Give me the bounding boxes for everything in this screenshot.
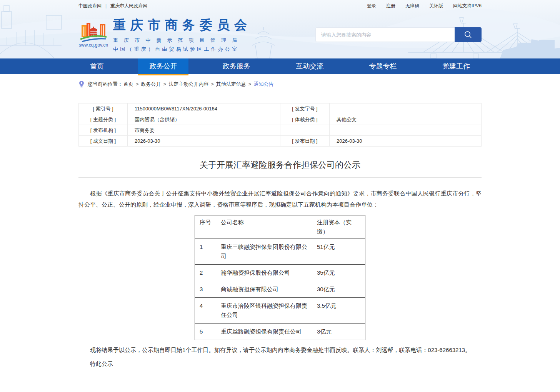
- cell-index: 5: [195, 324, 216, 340]
- cell-capital: 30亿元: [312, 281, 365, 298]
- site-url: sww.cq.gov.cn: [79, 42, 108, 48]
- cell-index: 1: [195, 239, 216, 265]
- nav-item-special-topics[interactable]: 专题专栏: [358, 58, 408, 74]
- site-name: 重庆市商务委员会: [113, 17, 252, 34]
- meta-label: [ 发文字号 ]: [280, 103, 330, 114]
- meta-value-topic-category: 国内贸易（含供销）: [128, 114, 280, 125]
- cell-index: 3: [195, 281, 216, 298]
- cell-capital: 35亿元: [312, 265, 365, 281]
- cell-index: 2: [195, 265, 216, 281]
- breadcrumb-other-statutory-info[interactable]: 其他法定信息: [216, 81, 246, 88]
- meta-label: [ 索引号 ]: [79, 103, 128, 114]
- breadcrumb-notices[interactable]: 通知公告: [253, 81, 273, 88]
- nav-item-interaction[interactable]: 互动交流: [284, 58, 335, 74]
- breadcrumb-prefix: 您当前的位置：: [88, 81, 123, 88]
- cell-capital: 3亿元: [312, 324, 365, 340]
- site-subtitle-2: 中国（重庆）自由贸易试验区工作办公室: [113, 46, 237, 53]
- guarantee-companies-table: 序号 公司名称 注册资本（实缴） 1 重庆三峡融资担保集团股份有限公司 51亿元…: [195, 215, 365, 340]
- breadcrumb-separator: >: [163, 81, 167, 87]
- meta-value-issuing-agency: 市商务委: [128, 125, 280, 136]
- breadcrumb-home[interactable]: 首页: [123, 81, 133, 88]
- cell-capital: 3.5亿元: [312, 298, 365, 324]
- login-link[interactable]: 登录: [367, 3, 376, 9]
- meta-value-publish-date: 2026-03-30: [330, 136, 482, 147]
- column-header-company-name: 公司名称: [216, 215, 312, 239]
- table-row: 5 重庆丝路融资担保有限责任公司 3亿元: [195, 324, 365, 340]
- meta-value-index-number: 11500000MB0W8117XN/2026-00164: [128, 103, 280, 114]
- table-row: 1 重庆三峡融资担保集团股份有限公司 51亿元: [195, 239, 365, 265]
- location-pin-icon: [78, 80, 85, 88]
- nav-item-gov-services[interactable]: 政务服务: [211, 58, 262, 74]
- column-header-registered-capital: 注册资本（实缴）: [312, 215, 365, 239]
- cell-capital: 51亿元: [312, 239, 365, 265]
- article-paragraph-closing: 特此公示: [78, 358, 482, 369]
- register-link[interactable]: 注册: [386, 3, 395, 9]
- table-header-row: 序号 公司名称 注册资本（实缴）: [195, 215, 365, 239]
- search-button[interactable]: [455, 27, 482, 42]
- search-input[interactable]: [315, 27, 455, 42]
- cell-company-name: 重庆三峡融资担保集团股份有限公司: [216, 239, 312, 265]
- site-logo: sww.cq.gov.cn: [78, 22, 108, 48]
- meta-label: [ 体裁分类 ]: [280, 114, 330, 125]
- breadcrumb: 您当前的位置： 首页 > 政务公开 > 法定主动公开内容 > 其他法定信息 > …: [78, 75, 482, 93]
- cell-index: 4: [195, 298, 216, 324]
- breadcrumb-separator: >: [211, 81, 214, 87]
- table-row: 2 瀚华融资担保股份有限公司 35亿元: [195, 265, 365, 281]
- title-divider: [78, 177, 482, 178]
- table-row: 4 重庆市涪陵区银科融资担保有限责任公司 3.5亿元: [195, 298, 365, 324]
- cell-company-name: 瀚华融资担保股份有限公司: [216, 265, 312, 281]
- page-header-area: 中国政府网 | 重庆市人民政府网 登录 注册 无障碍 关怀版 网站支持IPV6: [0, 0, 560, 58]
- topbar-separator: |: [105, 3, 107, 8]
- article-paragraph-intro: 根据《重庆市商务委员会关于公开征集支持中小微外经贸企业开展汇率避险担保公司合作意…: [78, 188, 482, 210]
- nav-item-home[interactable]: 首页: [78, 58, 115, 74]
- meta-row-index-number: [ 索引号 ] 11500000MB0W8117XN/2026-00164 [ …: [79, 103, 482, 114]
- article-paragraph-contact: 现将结果予以公示，公示期自即日始1个工作日。如有异议，请于公示期内向市商务委金融…: [78, 344, 482, 355]
- meta-value-written-date: 2026-03-30: [128, 136, 280, 147]
- topbar: 中国政府网 | 重庆市人民政府网 登录 注册 无障碍 关怀版 网站支持IPV6: [0, 0, 560, 12]
- meta-label: [ 主题分类 ]: [79, 114, 128, 125]
- meta-row-dates: [ 成文日期 ] 2026-03-30 [ 发布日期 ] 2026-03-30: [79, 136, 482, 147]
- meta-row-issuing-agency: [ 发布机构 ] 市商务委: [79, 125, 482, 136]
- meta-label: [ 发布机构 ]: [79, 125, 128, 136]
- link-china-gov[interactable]: 中国政府网: [78, 3, 102, 9]
- meta-label: [ 发布日期 ]: [280, 136, 330, 147]
- meta-label-empty: [280, 125, 330, 136]
- breadcrumb-gov-info[interactable]: 政务公开: [141, 81, 161, 88]
- document-title: 关于开展汇率避险服务合作担保公司的公示: [78, 159, 482, 171]
- site-logo-icon: [80, 22, 107, 42]
- link-chongqing-gov[interactable]: 重庆市人民政府网: [110, 3, 147, 9]
- nav-item-party-building[interactable]: 党建工作: [431, 58, 482, 74]
- table-row: 3 商诚融资担保有限公司 30亿元: [195, 281, 365, 298]
- topbar-right-links: 登录 注册 无障碍 关怀版 网站支持IPV6: [357, 3, 482, 9]
- cell-company-name: 商诚融资担保有限公司: [216, 281, 312, 298]
- document-meta-table: [ 索引号 ] 11500000MB0W8117XN/2026-00164 [ …: [78, 103, 482, 147]
- cell-company-name: 重庆丝路融资担保有限责任公司: [216, 324, 312, 340]
- meta-value-empty: [330, 125, 482, 136]
- meta-row-topic-category: [ 主题分类 ] 国内贸易（含供销） [ 体裁分类 ] 其他公文: [79, 114, 482, 125]
- search-icon: [463, 30, 473, 39]
- main-nav: 首页 政务公开 政务服务 互动交流 专题专栏 党建工作: [0, 58, 560, 74]
- column-header-index: 序号: [195, 215, 216, 239]
- site-title-block: 重庆市商务委员会 重庆市中新示范项目管理局 中国（重庆）自由贸易试验区工作办公室: [113, 17, 252, 53]
- breadcrumb-statutory-disclosure[interactable]: 法定主动公开内容: [168, 81, 208, 88]
- meta-label: [ 成文日期 ]: [79, 136, 128, 147]
- breadcrumb-separator: >: [248, 81, 252, 87]
- meta-value-doc-number: [330, 103, 482, 114]
- cell-company-name: 重庆市涪陵区银科融资担保有限责任公司: [216, 298, 312, 324]
- site-header: sww.cq.gov.cn 重庆市商务委员会 重庆市中新示范项目管理局 中国（重…: [78, 12, 482, 58]
- nav-item-gov-info-disclosure[interactable]: 政务公开: [138, 58, 188, 74]
- senior-mode-link[interactable]: 关怀版: [429, 3, 443, 9]
- main-content: 您当前的位置： 首页 > 政务公开 > 法定主动公开内容 > 其他法定信息 > …: [0, 75, 560, 392]
- meta-value-genre-category: 其他公文: [330, 114, 482, 125]
- ipv6-link[interactable]: 网站支持IPV6: [453, 3, 482, 9]
- site-subtitle-1: 重庆市中新示范项目管理局: [113, 37, 237, 44]
- breadcrumb-separator: >: [136, 81, 139, 87]
- topbar-left-links: 中国政府网 | 重庆市人民政府网: [78, 3, 151, 9]
- accessibility-link[interactable]: 无障碍: [405, 3, 419, 9]
- search-box: [315, 27, 482, 42]
